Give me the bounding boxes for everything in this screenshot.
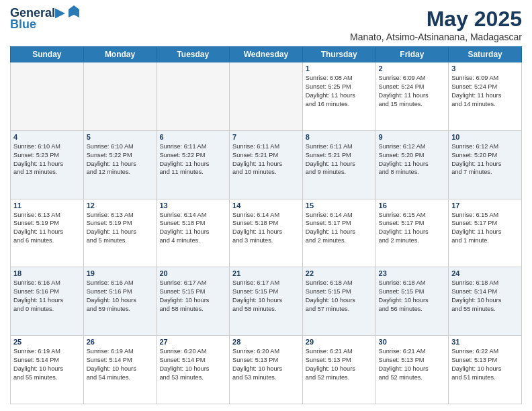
day-info: Sunrise: 6:19 AM Sunset: 5:14 PM Dayligh… [13,347,81,382]
day-number: 16 [379,201,446,210]
table-row: 11Sunrise: 6:13 AM Sunset: 5:19 PM Dayli… [11,199,84,267]
day-number: 23 [379,269,446,277]
day-number: 10 [451,133,519,141]
table-row: 7Sunrise: 6:11 AM Sunset: 5:21 PM Daylig… [230,130,303,199]
title-block: May 2025 Manato, Atsimo-Atsinanana, Mada… [350,7,522,42]
day-number: 26 [87,338,154,346]
day-info: Sunrise: 6:12 AM Sunset: 5:20 PM Dayligh… [451,142,519,177]
day-info: Sunrise: 6:20 AM Sunset: 5:14 PM Dayligh… [159,347,226,382]
table-row: 30Sunrise: 6:21 AM Sunset: 5:13 PM Dayli… [375,336,449,404]
day-info: Sunrise: 6:16 AM Sunset: 5:16 PM Dayligh… [13,279,81,314]
day-number: 24 [451,269,519,277]
day-info: Sunrise: 6:18 AM Sunset: 5:14 PM Dayligh… [451,279,519,314]
day-info: Sunrise: 6:19 AM Sunset: 5:14 PM Dayligh… [87,347,154,382]
day-info: Sunrise: 6:15 AM Sunset: 5:17 PM Dayligh… [379,211,446,246]
day-number: 7 [232,133,300,141]
calendar-week-row: 1Sunrise: 6:08 AM Sunset: 5:25 PM Daylig… [11,62,522,131]
header: General▶ Blue May 2025 Manato, Atsimo-At… [10,7,522,42]
table-row: 9Sunrise: 6:12 AM Sunset: 5:20 PM Daylig… [375,130,449,199]
table-row: 4Sunrise: 6:10 AM Sunset: 5:23 PM Daylig… [11,130,84,199]
calendar-header-row: Sunday Monday Tuesday Wednesday Thursday… [11,47,522,62]
day-info: Sunrise: 6:17 AM Sunset: 5:15 PM Dayligh… [232,279,300,314]
calendar-week-row: 18Sunrise: 6:16 AM Sunset: 5:16 PM Dayli… [11,267,522,336]
day-number: 28 [232,338,300,346]
table-row: 15Sunrise: 6:14 AM Sunset: 5:17 PM Dayli… [302,199,375,267]
col-thursday: Thursday [302,47,375,62]
table-row [230,62,303,131]
day-number: 12 [87,201,154,210]
day-number: 29 [306,338,373,346]
logo: General▶ Blue [10,7,82,32]
col-tuesday: Tuesday [157,47,230,62]
day-number: 17 [451,201,519,210]
day-info: Sunrise: 6:16 AM Sunset: 5:16 PM Dayligh… [87,279,154,314]
day-info: Sunrise: 6:12 AM Sunset: 5:20 PM Dayligh… [379,142,446,177]
day-info: Sunrise: 6:09 AM Sunset: 5:24 PM Dayligh… [379,74,446,109]
table-row: 2Sunrise: 6:09 AM Sunset: 5:24 PM Daylig… [375,62,449,131]
day-number: 11 [13,201,81,210]
day-info: Sunrise: 6:13 AM Sunset: 5:19 PM Dayligh… [87,211,154,246]
day-number: 6 [159,133,226,141]
table-row: 28Sunrise: 6:20 AM Sunset: 5:13 PM Dayli… [230,336,303,404]
day-number: 5 [87,133,154,141]
day-info: Sunrise: 6:11 AM Sunset: 5:22 PM Dayligh… [159,142,226,177]
day-info: Sunrise: 6:20 AM Sunset: 5:13 PM Dayligh… [232,347,300,382]
day-number: 3 [451,64,519,73]
day-number: 27 [159,338,226,346]
day-info: Sunrise: 6:13 AM Sunset: 5:19 PM Dayligh… [13,211,81,246]
table-row: 27Sunrise: 6:20 AM Sunset: 5:14 PM Dayli… [157,336,230,404]
table-row: 13Sunrise: 6:14 AM Sunset: 5:18 PM Dayli… [157,199,230,267]
table-row: 12Sunrise: 6:13 AM Sunset: 5:19 PM Dayli… [83,199,157,267]
day-number: 15 [306,201,373,210]
calendar-week-row: 11Sunrise: 6:13 AM Sunset: 5:19 PM Dayli… [11,199,522,267]
col-wednesday: Wednesday [230,47,303,62]
table-row [11,62,84,131]
day-number: 30 [379,338,446,346]
day-info: Sunrise: 6:18 AM Sunset: 5:15 PM Dayligh… [379,279,446,314]
col-friday: Friday [375,47,449,62]
table-row: 20Sunrise: 6:17 AM Sunset: 5:15 PM Dayli… [157,267,230,336]
table-row: 10Sunrise: 6:12 AM Sunset: 5:20 PM Dayli… [449,130,522,199]
day-info: Sunrise: 6:17 AM Sunset: 5:15 PM Dayligh… [159,279,226,314]
table-row: 25Sunrise: 6:19 AM Sunset: 5:14 PM Dayli… [11,336,84,404]
table-row: 16Sunrise: 6:15 AM Sunset: 5:17 PM Dayli… [375,199,449,267]
day-number: 9 [379,133,446,141]
table-row: 24Sunrise: 6:18 AM Sunset: 5:14 PM Dayli… [449,267,522,336]
table-row: 3Sunrise: 6:09 AM Sunset: 5:24 PM Daylig… [449,62,522,131]
day-info: Sunrise: 6:10 AM Sunset: 5:23 PM Dayligh… [13,142,81,177]
day-info: Sunrise: 6:15 AM Sunset: 5:17 PM Dayligh… [451,211,519,246]
table-row: 6Sunrise: 6:11 AM Sunset: 5:22 PM Daylig… [157,130,230,199]
table-row: 5Sunrise: 6:10 AM Sunset: 5:22 PM Daylig… [83,130,157,199]
day-info: Sunrise: 6:14 AM Sunset: 5:18 PM Dayligh… [159,211,226,246]
table-row: 21Sunrise: 6:17 AM Sunset: 5:15 PM Dayli… [230,267,303,336]
day-number: 2 [379,64,446,73]
day-number: 31 [451,338,519,346]
table-row: 26Sunrise: 6:19 AM Sunset: 5:14 PM Dayli… [83,336,157,404]
calendar-week-row: 25Sunrise: 6:19 AM Sunset: 5:14 PM Dayli… [11,336,522,404]
day-info: Sunrise: 6:21 AM Sunset: 5:13 PM Dayligh… [379,347,446,382]
col-saturday: Saturday [449,47,522,62]
page: General▶ Blue May 2025 Manato, Atsimo-At… [0,0,532,411]
table-row: 14Sunrise: 6:14 AM Sunset: 5:18 PM Dayli… [230,199,303,267]
calendar-week-row: 4Sunrise: 6:10 AM Sunset: 5:23 PM Daylig… [11,130,522,199]
col-monday: Monday [83,47,157,62]
day-number: 18 [13,269,81,277]
table-row: 1Sunrise: 6:08 AM Sunset: 5:25 PM Daylig… [302,62,375,131]
day-info: Sunrise: 6:22 AM Sunset: 5:13 PM Dayligh… [451,347,519,382]
day-info: Sunrise: 6:09 AM Sunset: 5:24 PM Dayligh… [451,74,519,109]
table-row [83,62,157,131]
day-number: 25 [13,338,81,346]
table-row: 8Sunrise: 6:11 AM Sunset: 5:21 PM Daylig… [302,130,375,199]
location-title: Manato, Atsimo-Atsinanana, Madagascar [350,32,522,42]
day-number: 8 [306,133,373,141]
day-info: Sunrise: 6:21 AM Sunset: 5:13 PM Dayligh… [306,347,373,382]
day-info: Sunrise: 6:14 AM Sunset: 5:18 PM Dayligh… [232,211,300,246]
table-row: 23Sunrise: 6:18 AM Sunset: 5:15 PM Dayli… [375,267,449,336]
day-number: 14 [232,201,300,210]
day-info: Sunrise: 6:18 AM Sunset: 5:15 PM Dayligh… [306,279,373,314]
day-number: 21 [232,269,300,277]
table-row: 19Sunrise: 6:16 AM Sunset: 5:16 PM Dayli… [83,267,157,336]
table-row: 31Sunrise: 6:22 AM Sunset: 5:13 PM Dayli… [449,336,522,404]
day-number: 13 [159,201,226,210]
day-number: 22 [306,269,373,277]
